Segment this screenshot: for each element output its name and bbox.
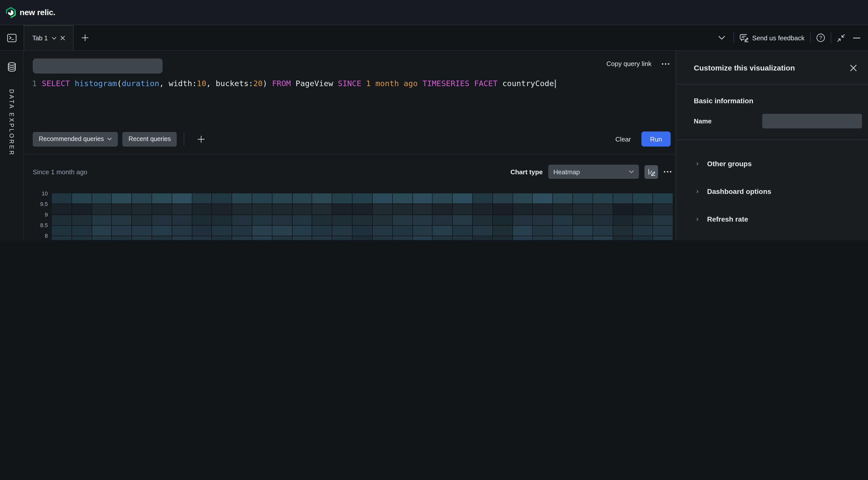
heatmap-cell[interactable] xyxy=(453,215,472,225)
heatmap-cell[interactable] xyxy=(412,193,432,204)
heatmap-cell[interactable] xyxy=(633,226,653,236)
heatmap-cell[interactable] xyxy=(633,236,653,240)
heatmap-cell[interactable] xyxy=(473,204,492,215)
heatmap-cell[interactable] xyxy=(433,193,453,204)
heatmap-cell[interactable] xyxy=(653,236,673,240)
heatmap-cell[interactable] xyxy=(533,204,553,215)
heatmap-cell[interactable] xyxy=(593,236,613,240)
add-tab-button[interactable] xyxy=(73,25,97,50)
heatmap-cell[interactable] xyxy=(272,215,292,225)
heatmap-cell[interactable] xyxy=(393,236,412,240)
heatmap-cell[interactable] xyxy=(473,226,492,236)
rail-data-explorer-label[interactable]: DATA EXPLORER xyxy=(8,89,14,156)
heatmap-cell[interactable] xyxy=(653,204,673,215)
heatmap-cell[interactable] xyxy=(172,193,192,204)
database-icon[interactable] xyxy=(7,62,17,72)
heatmap-cell[interactable] xyxy=(132,193,152,204)
heatmap-cell[interactable] xyxy=(72,226,92,236)
heatmap-cell[interactable] xyxy=(132,226,152,236)
name-input[interactable] xyxy=(762,114,862,128)
heatmap-cell[interactable] xyxy=(292,236,312,240)
heatmap-cell[interactable] xyxy=(493,204,512,215)
heatmap-cell[interactable] xyxy=(252,193,272,204)
heatmap-cell[interactable] xyxy=(453,204,472,215)
heatmap-cell[interactable] xyxy=(653,226,673,236)
heatmap-cell[interactable] xyxy=(212,226,232,236)
heatmap-cell[interactable] xyxy=(373,236,392,240)
heatmap-cell[interactable] xyxy=(292,193,312,204)
heatmap-cell[interactable] xyxy=(132,215,152,225)
heatmap-cell[interactable] xyxy=(232,215,252,225)
heatmap-cell[interactable] xyxy=(92,204,112,215)
heatmap-cell[interactable] xyxy=(412,236,432,240)
copy-query-link[interactable]: Copy query link xyxy=(607,60,651,67)
heatmap-cell[interactable] xyxy=(172,226,192,236)
heatmap-cell[interactable] xyxy=(152,215,172,225)
heatmap-cell[interactable] xyxy=(513,226,532,236)
heatmap-cell[interactable] xyxy=(292,204,312,215)
heatmap-cell[interactable] xyxy=(72,215,92,225)
heatmap-cell[interactable] xyxy=(92,193,112,204)
heatmap-cell[interactable] xyxy=(533,226,553,236)
heatmap-cell[interactable] xyxy=(493,226,512,236)
heatmap-cell[interactable] xyxy=(433,204,453,215)
heatmap-cell[interactable] xyxy=(493,215,512,225)
heatmap-cell[interactable] xyxy=(172,204,192,215)
heatmap-cell[interactable] xyxy=(192,236,212,240)
heatmap-cell[interactable] xyxy=(92,215,112,225)
ellipsis-icon[interactable] xyxy=(661,63,670,65)
heatmap-cell[interactable] xyxy=(533,193,553,204)
heatmap-cell[interactable] xyxy=(533,215,553,225)
heatmap-cell[interactable] xyxy=(553,204,572,215)
heatmap-cell[interactable] xyxy=(112,236,132,240)
heatmap-cell[interactable] xyxy=(52,204,71,215)
heatmap-cell[interactable] xyxy=(493,236,512,240)
heatmap-cell[interactable] xyxy=(172,236,192,240)
heatmap-cell[interactable] xyxy=(112,204,132,215)
console-toggle[interactable] xyxy=(0,25,24,50)
heatmap-cell[interactable] xyxy=(573,193,593,204)
panel-section-other-groups[interactable]: ›Other groups xyxy=(676,150,868,177)
heatmap-cell[interactable] xyxy=(112,215,132,225)
heatmap-cell[interactable] xyxy=(573,226,593,236)
heatmap-cell[interactable] xyxy=(533,236,553,240)
heatmap-cell[interactable] xyxy=(192,193,212,204)
send-feedback-button[interactable]: Send us feedback xyxy=(740,33,805,42)
heatmap-cell[interactable] xyxy=(433,215,453,225)
heatmap-cell[interactable] xyxy=(312,226,332,236)
heatmap-cell[interactable] xyxy=(72,193,92,204)
heatmap-cell[interactable] xyxy=(393,204,412,215)
heatmap-cell[interactable] xyxy=(412,226,432,236)
heatmap-cell[interactable] xyxy=(252,236,272,240)
heatmap-cell[interactable] xyxy=(192,204,212,215)
heatmap-cell[interactable] xyxy=(513,193,532,204)
recent-queries-button[interactable]: Recent queries xyxy=(123,132,177,146)
heatmap-cell[interactable] xyxy=(513,215,532,225)
heatmap-cell[interactable] xyxy=(192,215,212,225)
heatmap-cell[interactable] xyxy=(212,204,232,215)
heatmap-cell[interactable] xyxy=(72,236,92,240)
heatmap-cell[interactable] xyxy=(553,193,572,204)
heatmap-cell[interactable] xyxy=(553,215,572,225)
heatmap-cell[interactable] xyxy=(312,193,332,204)
heatmap-cell[interactable] xyxy=(292,226,312,236)
heatmap-cell[interactable] xyxy=(493,193,512,204)
heatmap-cell[interactable] xyxy=(573,204,593,215)
heatmap-cell[interactable] xyxy=(453,193,472,204)
heatmap-cell[interactable] xyxy=(92,236,112,240)
heatmap-cell[interactable] xyxy=(373,193,392,204)
heatmap-cell[interactable] xyxy=(232,226,252,236)
chart-edit-button[interactable] xyxy=(645,165,658,179)
heatmap-cell[interactable] xyxy=(272,193,292,204)
heatmap-cell[interactable] xyxy=(52,215,71,225)
heatmap-cell[interactable] xyxy=(393,193,412,204)
help-icon[interactable]: ? xyxy=(816,33,825,42)
heatmap-cell[interactable] xyxy=(333,193,352,204)
heatmap-cell[interactable] xyxy=(393,215,412,225)
heatmap-cell[interactable] xyxy=(613,236,632,240)
heatmap-cell[interactable] xyxy=(412,204,432,215)
heatmap-cell[interactable] xyxy=(633,193,653,204)
heatmap-plot[interactable] xyxy=(52,193,673,240)
minimize-icon[interactable] xyxy=(851,37,861,38)
heatmap-cell[interactable] xyxy=(553,226,572,236)
